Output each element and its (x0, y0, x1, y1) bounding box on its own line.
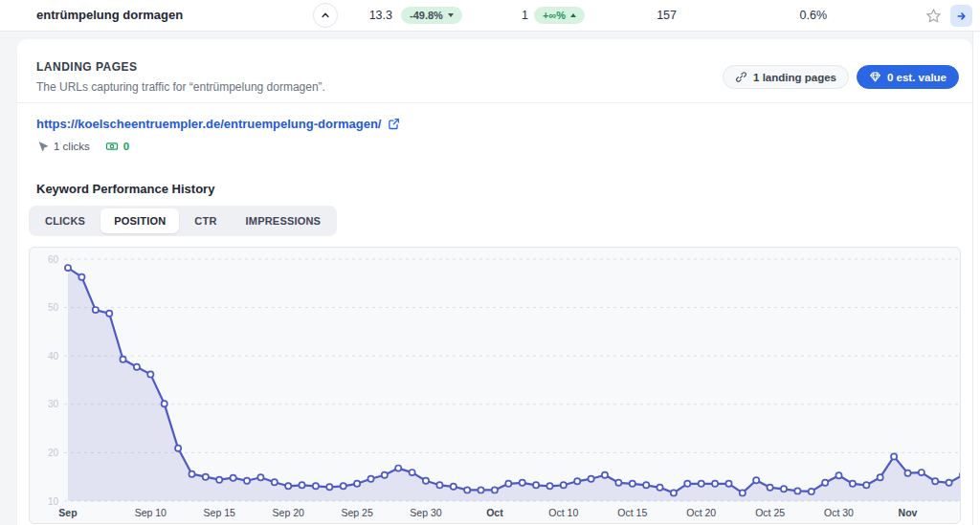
chart-point (492, 487, 498, 492)
chevron-up-icon (318, 8, 333, 23)
gem-icon (869, 71, 881, 83)
chart-point (368, 476, 373, 482)
chart-line (68, 268, 961, 492)
keyword-title: entrümpelung dormagen (36, 8, 183, 22)
chart-point (423, 478, 429, 484)
value-stat-label: 0 (123, 141, 129, 152)
chart-point (285, 483, 291, 489)
y-axis-label: 60 (48, 254, 59, 265)
clicks-delta-badge[interactable]: +∞% (534, 7, 585, 24)
chart-point (326, 484, 332, 490)
landing-page-stats: 1 clicks 0 (36, 140, 972, 153)
x-axis-label: Oct 20 (686, 507, 716, 518)
chart-point (451, 484, 457, 490)
y-axis-label: 30 (48, 399, 59, 409)
chart-point (299, 482, 304, 488)
x-axis-label: Oct 10 (548, 507, 578, 518)
x-axis-label: Oct 30 (824, 507, 854, 518)
chart-point (533, 482, 539, 488)
chart-point (216, 477, 222, 483)
clicks-value: 1 (471, 9, 528, 22)
chart-point (341, 483, 346, 489)
chart-point (712, 481, 718, 487)
chart-point (768, 485, 773, 491)
tab-impressions[interactable]: IMPRESSIONS (233, 208, 335, 233)
landing-page-row: https://koelscheentruempler.de/entruempe… (36, 103, 972, 131)
y-axis-label: 40 (48, 351, 59, 361)
x-axis-label: Sep 10 (135, 507, 167, 518)
x-axis-label: Oct 25 (755, 507, 785, 518)
chart-point (850, 481, 856, 487)
chart-point (602, 472, 608, 478)
chart-point (589, 476, 594, 482)
chart-point (891, 453, 897, 459)
chart-point (464, 487, 470, 492)
x-axis-label: Oct 15 (617, 507, 647, 518)
tab-ctr[interactable]: CTR (181, 208, 230, 233)
chart-point (410, 470, 415, 475)
chart-point (520, 480, 525, 486)
tab-position[interactable]: POSITION (100, 208, 179, 233)
chart-point (134, 364, 140, 370)
clicks-stat-label: 1 clicks (54, 141, 90, 152)
chart-point (561, 482, 567, 488)
landing-page-url-link[interactable]: https://koelscheentruempler.de/entruempe… (36, 117, 381, 131)
chart-point (546, 483, 552, 489)
performance-history-title: Keyword Performance History (36, 182, 972, 196)
external-link-icon[interactable] (388, 118, 400, 130)
x-axis-label: Sep (58, 507, 77, 518)
chart-point (657, 485, 662, 491)
x-axis-label: Nov (899, 507, 918, 518)
clicks-delta-label: +∞% (543, 10, 566, 21)
chart-point (65, 265, 71, 271)
chart-point (505, 481, 511, 487)
chart-point (244, 478, 250, 484)
chart-point (615, 480, 621, 486)
star-icon (925, 11, 942, 27)
x-axis-label: Sep 15 (204, 507, 235, 518)
metric-tabs: CLICKS POSITION CTR IMPRESSIONS (29, 206, 337, 236)
chart-point (878, 474, 883, 480)
landing-pages-count-pill[interactable]: 1 landing pages (723, 65, 849, 89)
chart-point (257, 474, 263, 480)
chart-point (313, 483, 319, 489)
chart-point (574, 478, 580, 484)
chart-point (630, 481, 635, 487)
y-axis-label: 10 (48, 496, 59, 507)
clicks-stat: 1 clicks (36, 141, 90, 153)
chart-point (671, 490, 677, 495)
chart-point (436, 482, 442, 488)
arrow-right-icon (955, 10, 969, 23)
chart-point (354, 481, 360, 487)
position-delta-label: -49.8% (410, 10, 443, 21)
chart-point (684, 481, 690, 487)
landing-pages-panel: LANDING PAGES The URLs capturing traffic… (17, 39, 972, 525)
chart-point (272, 479, 278, 485)
chart-point (395, 466, 401, 471)
position-value: 13.3 (335, 9, 392, 22)
chart-point (106, 311, 112, 317)
chart-point (794, 488, 800, 493)
chart-point (904, 470, 910, 476)
open-keyword-button[interactable] (950, 5, 972, 27)
position-delta-badge[interactable]: -49.8% (401, 7, 462, 24)
y-axis-label: 20 (48, 448, 59, 458)
mouse-pointer-icon (36, 141, 49, 153)
favorite-star-button[interactable] (925, 8, 942, 24)
landing-pages-badges: 1 landing pages 0 est. value (723, 65, 959, 89)
chart-point (643, 482, 649, 488)
chart-point (740, 490, 746, 495)
chart-point (78, 274, 84, 280)
chart-point (382, 472, 388, 478)
tab-clicks[interactable]: CLICKS (32, 208, 99, 233)
value-stat: 0 (105, 140, 129, 153)
estimated-value-label: 0 est. value (887, 72, 947, 83)
position-history-svg: 102030405060SepSep 10Sep 15Sep 20Sep 25S… (30, 248, 961, 523)
chart-point (960, 472, 961, 478)
keyword-summary-row: entrümpelung dormagen 13.3 -49.8% 1 +∞% … (0, 0, 980, 32)
chart-point (809, 489, 814, 494)
estimated-value-pill[interactable]: 0 est. value (857, 65, 959, 89)
landing-pages-count-label: 1 landing pages (753, 72, 836, 83)
x-axis-label: Sep 30 (410, 507, 441, 518)
caret-up-icon (570, 13, 576, 17)
